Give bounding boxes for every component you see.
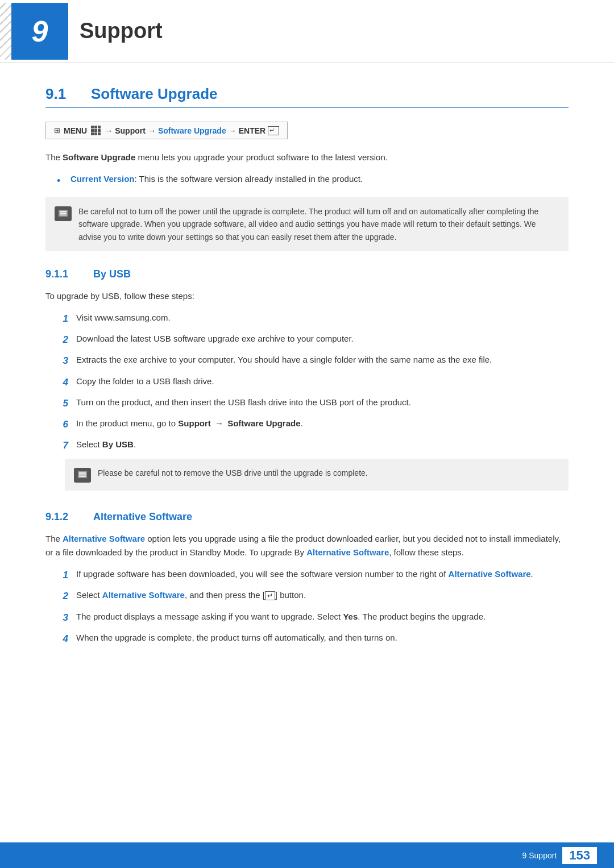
intro-highlight: Software Upgrade xyxy=(63,152,135,162)
svg-rect-1 xyxy=(60,211,67,215)
content-area: 9.1 Software Upgrade ⊞ MENU → Support → … xyxy=(0,63,614,701)
nav-software-upgrade: Software Upgrade xyxy=(158,126,226,135)
bullet-list: • Current Version: This is the software … xyxy=(57,172,569,189)
chapter-title: Support xyxy=(80,19,163,43)
grid-icon xyxy=(91,126,101,135)
alt-step-text-1: If upgrade software has been downloaded,… xyxy=(76,567,533,581)
footer-page-number: 153 xyxy=(562,847,597,864)
bullet-text: Current Version: This is the software ve… xyxy=(70,172,363,186)
subsection-title-2: 9.1.2 Alternative Software xyxy=(45,511,569,523)
usb-step-3: 3 Extracts the exe archive to your compu… xyxy=(57,353,569,368)
alt-intro-text3: , follow these steps. xyxy=(389,547,464,557)
step-num-7: 7 xyxy=(57,438,68,453)
alt-step-text-4: When the upgrade is complete, the produc… xyxy=(76,631,397,645)
usb-intro: To upgrade by USB, follow these steps: xyxy=(45,289,569,303)
nav-arrow3: → xyxy=(229,126,237,135)
nav-arrow1: → xyxy=(105,126,113,135)
nav-enter: ENTER xyxy=(239,126,265,135)
subsection-title-1: 9.1.1 By USB xyxy=(45,268,569,280)
step-text-7: Select By USB. xyxy=(76,438,136,451)
note-icon-1 xyxy=(55,206,72,221)
alt-step-num-1: 1 xyxy=(57,567,68,583)
usb-step-7: 7 Select By USB. xyxy=(57,438,569,453)
step-text-5: Turn on the product, and then insert the… xyxy=(76,396,411,409)
footer-label: 9 Support xyxy=(522,851,557,860)
step-num-6: 6 xyxy=(57,417,68,432)
step-text-3: Extracts the exe archive to your compute… xyxy=(76,353,492,367)
step-text-1: Visit www.samsung.com. xyxy=(76,311,171,325)
section-title: 9.1 Software Upgrade xyxy=(45,85,569,108)
subsection-heading-2: Alternative Software xyxy=(93,511,192,523)
pencil-icon-2 xyxy=(77,470,88,480)
alt-step-4: 4 When the upgrade is complete, the prod… xyxy=(57,631,569,646)
intro-paragraph: The Software Upgrade menu lets you upgra… xyxy=(45,151,569,164)
chapter-number-block: 9 xyxy=(11,3,68,60)
intro-text-after: menu lets you upgrade your product softw… xyxy=(135,152,388,162)
note-block-2: Please be careful not to remove the USB … xyxy=(65,459,569,491)
menu-nav: ⊞ MENU → Support → Software Upgrade → EN… xyxy=(45,122,288,139)
usb-step-6: 6 In the product menu, go to Support → S… xyxy=(57,417,569,432)
section-number: 9.1 xyxy=(45,85,80,103)
note-text-2: Please be careful not to remove the USB … xyxy=(98,467,368,479)
menu-label: MENU xyxy=(64,126,87,135)
usb-step-2: 2 Download the latest USB software upgra… xyxy=(57,332,569,347)
usb-steps-list: 1 Visit www.samsung.com. 2 Download the … xyxy=(57,311,569,453)
alt-step-text-3: The product displays a message asking if… xyxy=(76,610,486,624)
step-num-4: 4 xyxy=(57,375,68,390)
step-num-2: 2 xyxy=(57,332,68,347)
bullet-dot: • xyxy=(57,173,65,189)
bullet-body: : This is the software version already i… xyxy=(135,174,363,184)
nav-support: Support xyxy=(115,126,146,135)
intro-text-before: The xyxy=(45,152,63,162)
alt-step-3: 3 The product displays a message asking … xyxy=(57,610,569,625)
subsection-heading-1: By USB xyxy=(93,268,131,280)
alt-step-num-4: 4 xyxy=(57,631,68,646)
alt-step-2: 2 Select Alternative Software, and then … xyxy=(57,588,569,604)
page-footer: 9 Support 153 xyxy=(0,842,614,868)
usb-step-4: 4 Copy the folder to a USB flash drive. xyxy=(57,375,569,390)
subsection-number-1: 9.1.1 xyxy=(45,268,85,280)
step-text-6: In the product menu, go to Support → Sof… xyxy=(76,417,303,430)
chapter-header: 9 Support xyxy=(0,0,614,63)
step-num-1: 1 xyxy=(57,311,68,326)
step-num-5: 5 xyxy=(57,396,68,411)
subsection-number-2: 9.1.2 xyxy=(45,511,85,523)
section-heading: Software Upgrade xyxy=(91,85,218,103)
note-icon-2 xyxy=(74,468,91,483)
chapter-number: 9 xyxy=(32,14,48,48)
alt-step-text-2: Select Alternative Software, and then pr… xyxy=(76,588,306,602)
alt-intro-highlight1: Alternative Software xyxy=(63,534,145,543)
step-num-3: 3 xyxy=(57,353,68,368)
alt-step-1: 1 If upgrade software has been downloade… xyxy=(57,567,569,583)
note-block-1: Be careful not to turn off the power unt… xyxy=(45,197,569,251)
usb-step-5: 5 Turn on the product, and then insert t… xyxy=(57,396,569,411)
nav-arrow2: → xyxy=(148,126,156,135)
bullet-item: • Current Version: This is the software … xyxy=(57,172,569,189)
alt-step-num-2: 2 xyxy=(57,588,68,604)
bullet-label: Current Version xyxy=(70,174,135,184)
step-text-4: Copy the folder to a USB flash drive. xyxy=(76,375,214,388)
alt-intro-paragraph: The Alternative Software option lets you… xyxy=(45,532,569,559)
step-text-2: Download the latest USB software upgrade… xyxy=(76,332,354,346)
pencil-icon xyxy=(57,209,69,219)
alt-intro-text1: The xyxy=(45,534,63,543)
alt-intro-highlight2: Alternative Software xyxy=(306,547,389,557)
alt-steps-list: 1 If upgrade software has been downloade… xyxy=(57,567,569,646)
note-text-1: Be careful not to turn off the power unt… xyxy=(78,205,559,243)
usb-step-1: 1 Visit www.samsung.com. xyxy=(57,311,569,326)
svg-rect-5 xyxy=(79,472,86,477)
alt-step-num-3: 3 xyxy=(57,610,68,625)
enter-icon xyxy=(268,126,279,135)
menu-symbol-icon: ⊞ xyxy=(54,126,60,135)
